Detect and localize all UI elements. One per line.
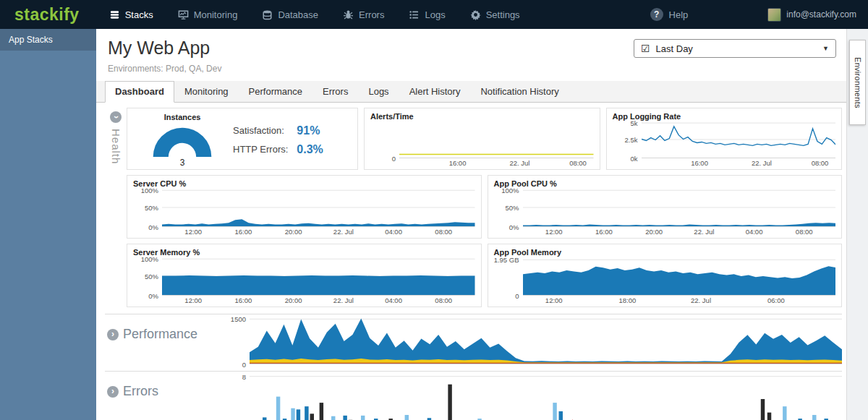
- tab-errors[interactable]: Errors: [312, 81, 358, 103]
- performance-section-header[interactable]: › Performance: [105, 317, 221, 342]
- alerts-plot[interactable]: [399, 121, 594, 158]
- page-header: My Web App Environments: Prod, QA, Dev ☑…: [96, 29, 868, 74]
- errors-section-title: Errors: [123, 384, 158, 399]
- y-tick-label: 0%: [148, 223, 158, 231]
- chart-title: Server CPU %: [133, 179, 475, 188]
- x-axis: 12:0016:0020:0022. Jul04:0008:00: [162, 227, 475, 236]
- y-tick-label: 2.5k: [625, 136, 638, 144]
- health-stats: Satisfaction: 91% HTTP Errors: 0.3%: [233, 124, 323, 156]
- top-navigation: stackify StacksMonitoringDatabaseErrorsL…: [0, 0, 868, 29]
- tab-monitoring[interactable]: Monitoring: [174, 81, 239, 103]
- satisfaction-label: Satisfaction:: [233, 125, 288, 136]
- alerts-chart-panel: Alerts/Time 0 16:0022. Jul08:00: [364, 108, 600, 170]
- nav-item-label: Errors: [359, 9, 384, 20]
- x-tick-label: 16:00: [691, 159, 708, 167]
- x-tick-label: 08:00: [796, 228, 813, 236]
- x-tick-label: 22. Jul: [333, 296, 354, 304]
- tab-alert-history[interactable]: Alert History: [399, 81, 471, 103]
- environments-drawer-label: Environments: [854, 57, 862, 108]
- app-pool-cpu-plot[interactable]: [523, 188, 836, 227]
- x-tick-label: 22. Jul: [752, 159, 772, 167]
- app-body: App Stacks Environments My Web App Envir…: [0, 29, 868, 420]
- performance-plot[interactable]: [250, 317, 842, 364]
- user-menu[interactable]: info@stackify.com: [767, 8, 856, 22]
- logs-icon: [409, 9, 420, 20]
- instances-count: 3: [180, 158, 185, 168]
- x-axis: 16:0022. Jul08:00: [642, 158, 836, 168]
- health-rail: › Health: [105, 108, 127, 307]
- errors-chart: 80: [221, 374, 842, 420]
- stacks-icon: [109, 9, 120, 20]
- help-label: Help: [669, 9, 689, 20]
- expand-errors-icon[interactable]: ›: [107, 386, 119, 398]
- topnav-right: ? Help info@stackify.com: [650, 8, 868, 22]
- database-icon: [262, 9, 273, 20]
- y-axis: 15000: [221, 317, 250, 364]
- chart-title: App Pool Memory: [494, 248, 836, 257]
- health-section-title: Health: [110, 129, 122, 164]
- http-errors-value: 0.3%: [297, 143, 323, 156]
- y-tick-label: 100%: [141, 187, 158, 194]
- y-tick-label: 50%: [505, 204, 519, 212]
- x-tick-label: 12:00: [545, 228, 563, 236]
- tab-performance[interactable]: Performance: [239, 81, 312, 103]
- errors-plot[interactable]: [250, 374, 842, 420]
- server-cpu-panel: Server CPU % 100%50%0% 12:0016:0020:0022…: [127, 175, 482, 239]
- x-tick-label: 20:00: [645, 228, 663, 236]
- app-logging-rate-panel: App Logging Rate 5k2.5k0k 16:0022. Jul08…: [606, 108, 843, 170]
- errors-section-header[interactable]: › Errors: [105, 374, 221, 399]
- app-pool-cpu-panel: App Pool CPU % 100%50%0% 12:0016:0020:00…: [488, 175, 843, 239]
- instances-gauge: Instances 3: [148, 113, 217, 168]
- nav-item-label: Monitoring: [194, 9, 238, 20]
- x-tick-label: 12:00: [184, 296, 202, 304]
- y-axis: 80: [221, 374, 250, 420]
- stackify-logo[interactable]: stackify: [0, 5, 97, 25]
- sidebar-items: App Stacks: [0, 29, 96, 51]
- settings-icon: [470, 9, 481, 20]
- nav-item-errors[interactable]: Errors: [331, 0, 396, 29]
- tab-dashboard[interactable]: Dashboard: [105, 81, 174, 103]
- x-axis: 12:0018:0022. Jul06:00: [523, 296, 836, 305]
- app-pool-memory-plot[interactable]: [523, 257, 836, 296]
- sidebar-item-app-stacks[interactable]: App Stacks: [0, 29, 96, 51]
- health-row-3: Server Memory % 100%50%0% 12:0016:0020:0…: [127, 244, 842, 307]
- x-axis: 12:0016:0020:0022. Jul04:0008:00: [523, 227, 836, 236]
- x-tick-label: 16:00: [235, 228, 252, 236]
- tab-logs[interactable]: Logs: [358, 81, 399, 103]
- x-tick-label: 08:00: [569, 159, 587, 167]
- chart-title: App Pool CPU %: [494, 179, 836, 188]
- x-tick-label: 16:00: [595, 228, 613, 236]
- x-axis: 16:0022. Jul08:00: [399, 158, 594, 168]
- nav-item-monitoring[interactable]: Monitoring: [166, 0, 250, 29]
- time-range-select[interactable]: ☑ Last Day ▼: [634, 39, 836, 58]
- health-row-1: Instances 3 Satisfaction: 91% HTTP Error…: [127, 108, 842, 170]
- dashboard-content: › Health Instances 3: [96, 103, 868, 420]
- expand-performance-icon[interactable]: ›: [107, 329, 119, 340]
- x-tick-label: 20:00: [285, 228, 302, 236]
- help-icon: ?: [650, 8, 663, 21]
- y-tick-label: 1500: [231, 315, 246, 323]
- y-tick-label: 0: [515, 292, 519, 300]
- environments-drawer-tab[interactable]: Environments: [849, 40, 866, 125]
- server-cpu-plot[interactable]: [162, 188, 475, 227]
- help-button[interactable]: ? Help: [650, 8, 689, 21]
- nav-item-database[interactable]: Database: [250, 0, 331, 29]
- x-tick-label: 04:00: [385, 228, 402, 236]
- x-tick-label: 12:00: [545, 296, 563, 304]
- nav-item-logs[interactable]: Logs: [396, 0, 457, 29]
- nav-item-stacks[interactable]: Stacks: [97, 0, 166, 29]
- server-memory-plot[interactable]: [162, 257, 475, 296]
- x-tick-label: 20:00: [285, 296, 302, 304]
- app-logging-rate-plot[interactable]: [642, 121, 836, 158]
- y-tick-label: 0k: [630, 155, 637, 163]
- y-tick-label: 0: [392, 155, 396, 163]
- collapse-health-icon[interactable]: ›: [110, 111, 122, 123]
- x-tick-label: 04:00: [746, 228, 763, 236]
- y-tick-label: 0%: [509, 223, 519, 231]
- y-axis: 1.95 GB0: [494, 257, 523, 296]
- time-range-value: Last Day: [656, 43, 693, 54]
- y-tick-label: 100%: [501, 187, 519, 194]
- x-tick-label: 18:00: [618, 296, 636, 304]
- tab-notification-history[interactable]: Notification History: [470, 81, 569, 103]
- nav-item-settings[interactable]: Settings: [458, 0, 532, 29]
